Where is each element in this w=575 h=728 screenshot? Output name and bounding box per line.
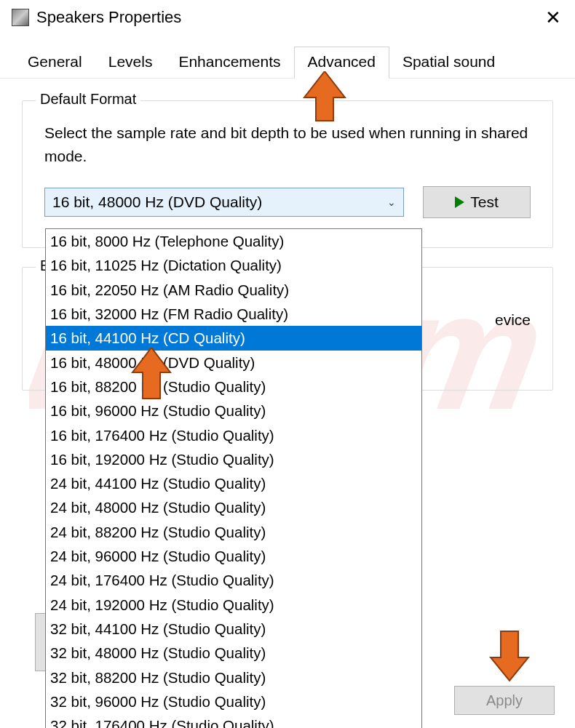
default-format-legend: Default Format [36,91,140,108]
tab-enhancements[interactable]: Enhancements [165,47,293,78]
format-option[interactable]: 16 bit, 8000 Hz (Telephone Quality) [46,229,421,253]
test-button[interactable]: Test [423,186,531,218]
format-option[interactable]: 24 bit, 48000 Hz (Studio Quality) [46,495,421,519]
format-option[interactable]: 32 bit, 88200 Hz (Studio Quality) [46,665,421,689]
close-icon: ✕ [545,7,561,29]
format-dropdown[interactable]: 16 bit, 48000 Hz (DVD Quality) ⌄ [44,188,404,217]
tab-levels[interactable]: Levels [95,47,166,78]
format-dropdown-list[interactable]: 16 bit, 8000 Hz (Telephone Quality) 16 b… [45,228,422,728]
tab-general[interactable]: General [15,47,95,78]
format-option[interactable]: 16 bit, 48000 Hz (DVD Quality) [46,351,421,375]
format-option[interactable]: 16 bit, 11025 Hz (Dictation Quality) [46,253,421,277]
format-option[interactable]: 32 bit, 48000 Hz (Studio Quality) [46,641,421,665]
tab-bar: General Levels Enhancements Advanced Spa… [0,35,575,79]
chevron-down-icon: ⌄ [387,196,396,208]
close-button[interactable]: ✕ [531,0,575,35]
format-option[interactable]: 32 bit, 176400 Hz (Studio Quality) [46,713,421,728]
format-dropdown-value: 16 bit, 48000 Hz (DVD Quality) [52,193,262,211]
test-button-label: Test [470,193,499,211]
annotation-arrow-down-icon [489,630,530,682]
format-option[interactable]: 24 bit, 88200 Hz (Studio Quality) [46,520,421,544]
format-option[interactable]: 32 bit, 44100 Hz (Studio Quality) [46,617,421,641]
svg-marker-2 [491,631,528,681]
format-option[interactable]: 16 bit, 192000 Hz (Studio Quality) [46,447,421,471]
exclusive-mode-text-fragment: evice [495,311,531,329]
apply-button[interactable]: Apply [454,686,555,715]
tab-advanced[interactable]: Advanced [294,47,389,79]
format-option-highlighted[interactable]: 16 bit, 44100 Hz (CD Quality) [46,326,421,350]
titlebar: Speakers Properties ✕ [0,0,575,35]
format-option[interactable]: 16 bit, 32000 Hz (FM Radio Quality) [46,302,421,326]
speaker-icon [12,9,29,26]
format-option[interactable]: 16 bit, 88200 Hz (Studio Quality) [46,375,421,399]
default-format-description: Select the sample rate and bit depth to … [44,121,531,167]
format-option[interactable]: 24 bit, 96000 Hz (Studio Quality) [46,544,421,568]
format-option[interactable]: 16 bit, 96000 Hz (Studio Quality) [46,399,421,423]
format-option[interactable]: 24 bit, 176400 Hz (Studio Quality) [46,568,421,592]
tab-spatial-sound[interactable]: Spatial sound [389,47,508,78]
format-option[interactable]: 32 bit, 96000 Hz (Studio Quality) [46,689,421,713]
format-option[interactable]: 16 bit, 22050 Hz (AM Radio Quality) [46,278,421,302]
default-format-group: Default Format Select the sample rate an… [22,100,553,248]
play-icon [455,196,464,208]
window-title: Speakers Properties [36,8,531,27]
format-option[interactable]: 24 bit, 192000 Hz (Studio Quality) [46,593,421,617]
format-option[interactable]: 24 bit, 44100 Hz (Studio Quality) [46,471,421,495]
format-option[interactable]: 16 bit, 176400 Hz (Studio Quality) [46,423,421,447]
